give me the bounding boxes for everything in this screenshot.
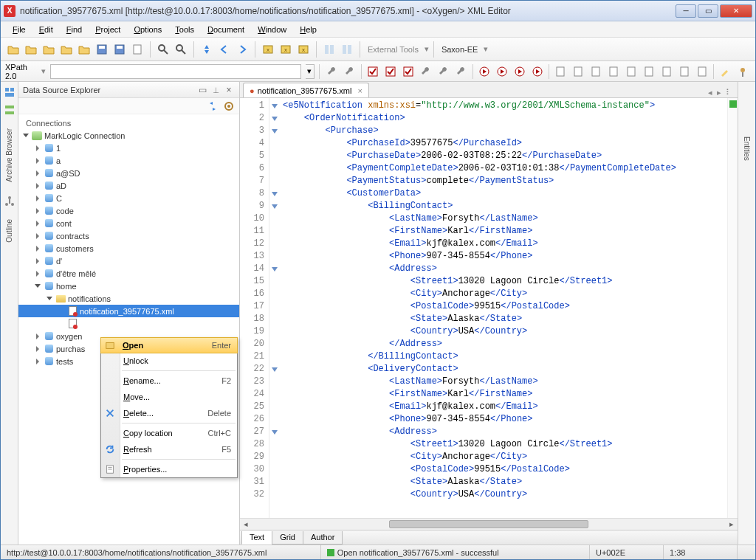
tab-close-icon[interactable]: × <box>357 86 362 95</box>
close-button[interactable]: ✕ <box>720 4 752 18</box>
validate-icon[interactable] <box>365 63 381 80</box>
find-replace-icon[interactable] <box>173 41 189 58</box>
forward-icon[interactable] <box>234 41 250 58</box>
maximize-button[interactable]: ▭ <box>698 4 718 18</box>
ctx-copylocation[interactable]: Copy locationCtrl+C <box>101 425 237 441</box>
menu-project[interactable]: Project <box>89 24 126 35</box>
db-item[interactable]: contracts <box>18 229 239 242</box>
edit-tool-4-icon[interactable] <box>623 63 639 80</box>
spell-icon[interactable] <box>342 63 358 80</box>
tab-next-icon[interactable]: ▸ <box>717 88 721 97</box>
mode-tab-author[interactable]: Author <box>303 531 343 545</box>
db-item[interactable]: aD <box>18 179 239 192</box>
db-item[interactable]: d'être mêlé <box>18 267 239 280</box>
strip-icon-2[interactable] <box>4 104 16 116</box>
processor-select[interactable]: Saxon-EE <box>441 45 478 54</box>
db-home[interactable]: home <box>18 280 239 292</box>
menu-edit[interactable]: Edit <box>33 24 59 35</box>
validate-schema-icon[interactable] <box>400 63 416 80</box>
back-icon[interactable] <box>216 41 233 58</box>
xslt-icon[interactable]: X <box>278 41 294 58</box>
wrench1-icon[interactable] <box>418 63 434 80</box>
pin-icon[interactable] <box>735 63 751 80</box>
split2-icon[interactable] <box>339 41 355 58</box>
xpath-input[interactable] <box>50 64 301 79</box>
wrench2-icon[interactable] <box>436 63 452 80</box>
wrench3-icon[interactable] <box>453 63 470 80</box>
edit-tool-2-icon[interactable] <box>588 63 604 80</box>
new-doc-icon[interactable] <box>129 41 145 58</box>
datasource-strip-icon[interactable] <box>4 86 16 98</box>
tab-list-icon[interactable]: ⠇ <box>726 88 732 97</box>
db-item[interactable]: cont <box>18 217 239 229</box>
open-icon[interactable] <box>23 41 39 58</box>
db-item[interactable]: a <box>18 154 239 167</box>
archive-browser-tab[interactable]: Archive Browser <box>3 122 16 189</box>
panel-settings-icon[interactable] <box>223 100 235 112</box>
edit-tool-5-icon[interactable] <box>641 63 657 80</box>
menu-window[interactable]: Window <box>252 24 292 35</box>
error-stripe[interactable] <box>727 98 738 518</box>
xpath-history-dropdown[interactable]: ▾ <box>306 64 315 79</box>
xpath-version[interactable]: XPath 2.0 <box>5 63 37 80</box>
entities-tab[interactable]: Entities <box>741 131 752 167</box>
xslt-config-icon[interactable]: X <box>260 41 276 58</box>
mode-tab-grid[interactable]: Grid <box>272 531 303 545</box>
split-icon[interactable] <box>321 41 337 58</box>
edit-tool-3-icon[interactable] <box>605 63 622 80</box>
ctx-delete[interactable]: Delete...Delete <box>101 405 237 421</box>
ctx-unlock[interactable]: Unlock <box>101 353 237 369</box>
menu-document[interactable]: Document <box>202 24 250 35</box>
edit-tool-6-icon[interactable] <box>659 63 675 80</box>
run-icon[interactable] <box>476 63 492 80</box>
code-editor[interactable]: <e5Notification xmlns:xsi="http://www.w3… <box>280 98 727 518</box>
open-recent-icon[interactable] <box>41 41 57 58</box>
ctx-open[interactable]: OpenEnter <box>100 337 238 353</box>
editor-tab[interactable]: ● notification_39577675.xml × <box>243 83 369 97</box>
edit-tool-8-icon[interactable] <box>694 63 710 80</box>
menu-find[interactable]: Find <box>61 24 88 35</box>
file-item-hidden[interactable] <box>18 317 239 330</box>
xquery-icon[interactable]: X <box>295 41 312 58</box>
gear-icon[interactable] <box>324 63 340 80</box>
mode-tab-text[interactable]: Text <box>241 531 272 545</box>
menu-tools[interactable]: Tools <box>169 24 200 35</box>
strip-icon-3[interactable] <box>4 195 16 207</box>
panel-close-icon[interactable]: × <box>223 84 235 96</box>
edit-tool-0-icon[interactable] <box>552 63 568 80</box>
panel-sync-icon[interactable] <box>207 100 219 112</box>
db-item[interactable]: code <box>18 204 239 217</box>
minimize-button[interactable]: ─ <box>676 4 696 18</box>
menu-file[interactable]: File <box>7 24 32 35</box>
external-tools-label[interactable]: External Tools <box>368 45 419 54</box>
outline-tab[interactable]: Outline <box>3 212 16 249</box>
ctx-rename[interactable]: Rename...F2 <box>101 373 237 389</box>
open-url-icon[interactable] <box>58 41 75 58</box>
tab-prev-icon[interactable]: ◂ <box>708 88 712 97</box>
find-icon[interactable] <box>155 41 171 58</box>
project-icon[interactable] <box>76 41 92 58</box>
db-item[interactable]: d' <box>18 255 239 267</box>
line-number-gutter[interactable]: 1234567891011121314151617181920212223242… <box>240 98 269 518</box>
menu-options[interactable]: Options <box>128 24 168 35</box>
edit-tool-7-icon[interactable] <box>676 63 693 80</box>
connection-item[interactable]: MarkLogic Connection <box>18 129 239 142</box>
save-all-icon[interactable] <box>111 41 128 58</box>
debug-icon[interactable] <box>512 63 528 80</box>
titlebar[interactable]: X notification_39577675.xml [http://test… <box>1 1 755 21</box>
menu-help[interactable]: Help <box>294 24 323 35</box>
validate-config-icon[interactable] <box>382 63 399 80</box>
db-item[interactable]: C <box>18 192 239 204</box>
debug-config-icon[interactable] <box>529 63 546 80</box>
db-item[interactable]: customers <box>18 242 239 255</box>
db-item[interactable]: a@SD <box>18 167 239 179</box>
fold-column[interactable] <box>269 98 280 518</box>
db-item[interactable]: 1 <box>18 142 239 154</box>
panel-restore-icon[interactable]: ▭ <box>196 84 208 96</box>
ctx-refresh[interactable]: RefreshF5 <box>101 441 237 457</box>
connections-tree[interactable]: ConnectionsMarkLogic Connection1aa@SDaDC… <box>18 114 239 545</box>
save-icon[interactable] <box>94 41 110 58</box>
file-selected[interactable]: notification_39577675.xml <box>18 305 239 317</box>
horizontal-scrollbar[interactable]: ◂▸ <box>240 518 738 530</box>
highlighter-icon[interactable] <box>717 63 733 80</box>
